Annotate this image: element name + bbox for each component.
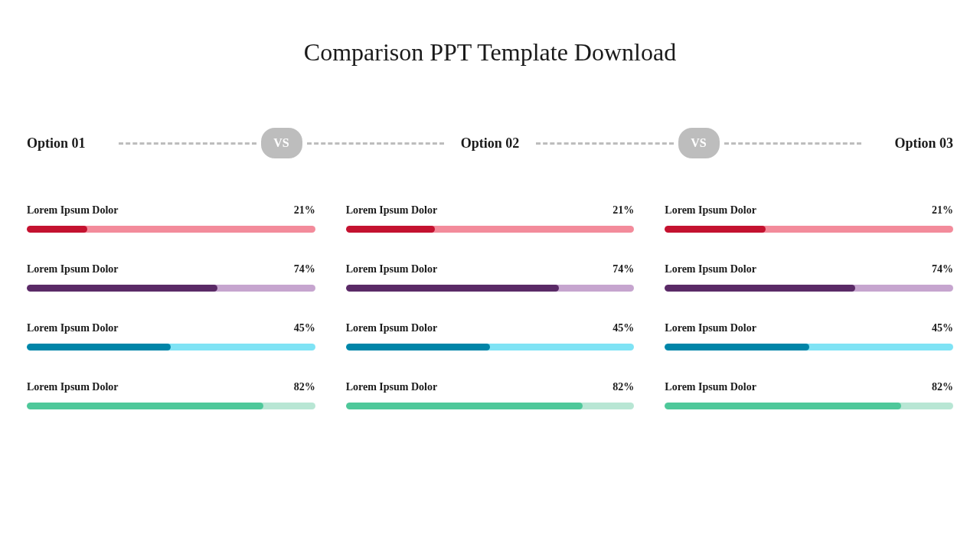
bar-item: Lorem Ipsum Dolor 74% — [27, 263, 315, 292]
vs-badge: VS — [261, 128, 302, 158]
bar-label: Lorem Ipsum Dolor — [665, 381, 756, 393]
bar-fill — [665, 285, 855, 292]
bar-value: 21% — [294, 204, 315, 217]
bar-value: 45% — [612, 322, 634, 334]
option-2-title: Option 02 — [444, 135, 536, 152]
bar-label: Lorem Ipsum Dolor — [665, 322, 756, 334]
bar-track — [27, 285, 315, 292]
bar-item: Lorem Ipsum Dolor 45% — [346, 322, 635, 350]
bar-value: 21% — [932, 204, 953, 217]
columns-container: Lorem Ipsum Dolor 21% Lorem Ipsum Dolor … — [27, 204, 953, 409]
column-option-1: Lorem Ipsum Dolor 21% Lorem Ipsum Dolor … — [27, 204, 315, 409]
bar-value: 45% — [294, 322, 315, 334]
bar-label: Lorem Ipsum Dolor — [27, 263, 119, 276]
dashed-line-icon — [724, 142, 862, 145]
bar-fill — [346, 344, 490, 350]
page-title: Comparison PPT Template Download — [27, 38, 953, 67]
bar-label: Lorem Ipsum Dolor — [346, 204, 438, 217]
bar-track — [665, 344, 953, 350]
bar-label: Lorem Ipsum Dolor — [346, 381, 438, 393]
bar-item: Lorem Ipsum Dolor 45% — [665, 322, 953, 350]
bar-track — [346, 285, 635, 292]
option-3-title: Option 03 — [861, 135, 953, 152]
bar-track — [665, 285, 953, 292]
bar-track — [27, 403, 315, 409]
bar-item: Lorem Ipsum Dolor 21% — [346, 204, 635, 233]
bar-fill — [665, 226, 766, 233]
bar-item: Lorem Ipsum Dolor 74% — [665, 263, 953, 292]
bar-label: Lorem Ipsum Dolor — [346, 322, 438, 334]
column-option-2: Lorem Ipsum Dolor 21% Lorem Ipsum Dolor … — [346, 204, 635, 409]
bar-label: Lorem Ipsum Dolor — [27, 322, 119, 334]
bar-item: Lorem Ipsum Dolor 82% — [665, 381, 953, 409]
bar-fill — [346, 403, 583, 409]
bar-item: Lorem Ipsum Dolor 45% — [27, 322, 315, 350]
dashed-line-icon — [307, 142, 445, 145]
bar-fill — [27, 285, 217, 292]
bar-item: Lorem Ipsum Dolor 21% — [665, 204, 953, 233]
bar-fill — [665, 403, 901, 409]
bar-fill — [27, 226, 87, 233]
bar-item: Lorem Ipsum Dolor 21% — [27, 204, 315, 233]
bar-fill — [27, 403, 263, 409]
bar-value: 82% — [612, 381, 634, 393]
bar-fill — [346, 285, 560, 292]
bar-fill — [665, 344, 808, 350]
bar-fill — [346, 226, 436, 233]
column-option-3: Lorem Ipsum Dolor 21% Lorem Ipsum Dolor … — [665, 204, 953, 409]
bar-track — [346, 226, 635, 233]
bar-value: 74% — [612, 263, 634, 276]
bar-value: 74% — [294, 263, 315, 276]
vs-badge: VS — [678, 128, 720, 158]
vs-segment-1: VS — [119, 128, 444, 158]
bar-item: Lorem Ipsum Dolor 82% — [27, 381, 315, 409]
bar-track — [27, 344, 315, 350]
bar-track — [665, 403, 953, 409]
bar-item: Lorem Ipsum Dolor 82% — [346, 381, 635, 409]
bar-label: Lorem Ipsum Dolor — [665, 204, 756, 217]
vs-segment-2: VS — [536, 128, 861, 158]
bar-item: Lorem Ipsum Dolor 74% — [346, 263, 635, 292]
dashed-line-icon — [536, 142, 674, 145]
bar-value: 82% — [932, 381, 953, 393]
bar-value: 21% — [612, 204, 634, 217]
bar-value: 82% — [294, 381, 315, 393]
bar-fill — [27, 344, 171, 350]
option-1-title: Option 01 — [27, 135, 119, 152]
dashed-line-icon — [119, 142, 256, 145]
bar-track — [346, 403, 635, 409]
bar-label: Lorem Ipsum Dolor — [27, 204, 119, 217]
options-header-row: Option 01 VS Option 02 VS Option 03 — [27, 128, 953, 158]
bar-label: Lorem Ipsum Dolor — [346, 263, 438, 276]
bar-value: 45% — [932, 322, 953, 334]
bar-label: Lorem Ipsum Dolor — [665, 263, 756, 276]
bar-track — [346, 344, 635, 350]
bar-value: 74% — [932, 263, 953, 276]
bar-track — [27, 226, 315, 233]
bar-label: Lorem Ipsum Dolor — [27, 381, 119, 393]
bar-track — [665, 226, 953, 233]
